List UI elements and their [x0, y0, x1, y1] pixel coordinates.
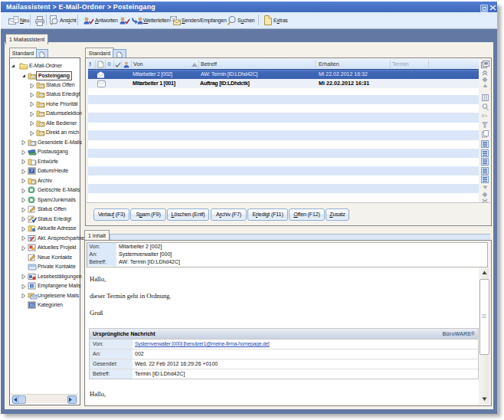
svg-text:i: i [31, 284, 32, 288]
svg-text:31: 31 [29, 303, 34, 307]
